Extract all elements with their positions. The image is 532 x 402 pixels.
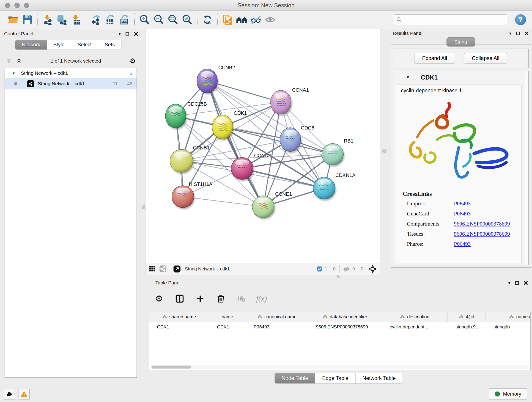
search-field-wrap bbox=[393, 14, 507, 25]
toolbar-separator bbox=[134, 13, 135, 26]
import-table-file-button[interactable] bbox=[69, 13, 83, 27]
zoom-in-button[interactable] bbox=[138, 13, 152, 27]
add-column-plus-icon[interactable]: + bbox=[194, 293, 206, 305]
string-network-graph[interactable]: CCNB2CCNA1CDC25BCDK1CDC6RB1CCNB1CCNA2CDK… bbox=[146, 29, 380, 263]
warnings-button[interactable] bbox=[19, 389, 30, 400]
table-cell[interactable]: 9606.ENSP00000378699 bbox=[308, 322, 382, 332]
column-header-shared-name[interactable]: shared name bbox=[149, 312, 209, 322]
tab-style[interactable]: Style bbox=[47, 40, 71, 50]
grid-view-icon[interactable] bbox=[149, 265, 156, 272]
import-table-icon bbox=[70, 14, 81, 25]
tab-select[interactable]: Select bbox=[71, 40, 98, 50]
network-node-count: 11 bbox=[103, 81, 118, 86]
tree-expand-caret-icon[interactable]: ▼ bbox=[10, 71, 17, 75]
import-network-database-button[interactable] bbox=[55, 13, 69, 27]
detach-view-icon[interactable] bbox=[173, 265, 181, 273]
table-cell[interactable]: CDK1 bbox=[149, 322, 209, 332]
results-scrollbar[interactable] bbox=[524, 71, 528, 265]
panel-close-icon[interactable] bbox=[524, 281, 528, 285]
show-columns-icon[interactable] bbox=[174, 293, 186, 305]
column-type-icon bbox=[257, 314, 262, 319]
table-settings-gear-icon[interactable]: ⚙ bbox=[153, 293, 165, 305]
network-share-icon[interactable] bbox=[159, 265, 167, 273]
table-horizontal-scrollbar[interactable] bbox=[151, 365, 529, 369]
table-cell[interactable]: P06493 bbox=[246, 322, 308, 332]
refresh-view-button[interactable] bbox=[200, 13, 215, 27]
network-options-gear-icon[interactable]: ⚙ bbox=[130, 57, 136, 64]
panel-close-icon[interactable] bbox=[525, 31, 529, 36]
panel-collapse-icon[interactable]: ▾ bbox=[509, 31, 511, 36]
network-type-icon bbox=[27, 80, 34, 87]
import-network-file-button[interactable] bbox=[40, 13, 55, 27]
help-button[interactable]: ? bbox=[515, 14, 526, 25]
show-eye-button[interactable] bbox=[263, 13, 277, 27]
collapse-all-chevrons-icon[interactable] bbox=[6, 58, 12, 64]
crosslink-label: Pharos: bbox=[407, 241, 454, 247]
table-cell[interactable]: stringdb:9... bbox=[448, 322, 486, 332]
export-image-button[interactable] bbox=[117, 13, 132, 27]
tab-network[interactable]: Network bbox=[15, 40, 47, 50]
cloud-status-button[interactable] bbox=[4, 389, 15, 400]
string-home-button[interactable] bbox=[234, 13, 249, 27]
table-tabs: Node Table Edge Table Network Table bbox=[145, 373, 532, 384]
panel-collapse-icon[interactable]: ▾ bbox=[119, 31, 121, 36]
close-window-button[interactable] bbox=[5, 3, 10, 8]
zoom-fit-button[interactable] bbox=[166, 13, 180, 27]
zoom-selected-button[interactable] bbox=[180, 13, 194, 27]
column-header-name[interactable]: name bbox=[209, 312, 246, 322]
crosslink-link[interactable]: P06493 bbox=[454, 211, 521, 217]
zoom-out-button[interactable] bbox=[152, 13, 166, 27]
column-header-namespace[interactable]: namespace bbox=[486, 312, 531, 322]
right-splitter-handle[interactable] bbox=[382, 149, 386, 153]
crosslink-link[interactable]: P06493 bbox=[454, 201, 521, 207]
network-collection-row[interactable]: ▼ String Network – cdk1 1 bbox=[5, 68, 137, 78]
crosslink-link[interactable]: 9606.ENSP00000378699 bbox=[454, 221, 521, 227]
export-network-button[interactable] bbox=[89, 13, 103, 27]
table-row[interactable]: CDK1CDK1P064939606.ENSP00000378699cyclin… bbox=[149, 322, 530, 332]
protein-section-header[interactable]: ▼ CDK1 bbox=[393, 71, 528, 84]
memory-button[interactable]: Memory bbox=[489, 389, 527, 400]
tab-edge-table[interactable]: Edge Table bbox=[315, 373, 355, 383]
expand-all-chevrons-icon[interactable] bbox=[16, 58, 22, 64]
crosslink-link[interactable]: P06493 bbox=[454, 241, 521, 247]
minimize-window-button[interactable] bbox=[14, 3, 20, 8]
node-table[interactable]: shared namenamecanonical namedatabase id… bbox=[149, 312, 531, 370]
column-header-database-identifier[interactable]: database identifier bbox=[308, 312, 382, 322]
panel-float-icon[interactable] bbox=[516, 32, 520, 35]
hidden-eye-slash-icon[interactable] bbox=[343, 265, 350, 273]
hide-glasses-button[interactable] bbox=[249, 13, 263, 27]
table-cell[interactable]: stringdb bbox=[486, 322, 531, 332]
delete-column-trash-icon[interactable] bbox=[215, 293, 227, 305]
zoom-window-button[interactable] bbox=[24, 3, 29, 8]
export-table-button[interactable] bbox=[103, 13, 117, 27]
panel-collapse-icon[interactable]: ▾ bbox=[508, 280, 510, 286]
tab-node-table[interactable]: Node Table bbox=[275, 373, 315, 383]
search-input[interactable] bbox=[393, 14, 507, 25]
table-cell[interactable]: CDK1 bbox=[209, 322, 246, 332]
section-collapse-caret-icon[interactable]: ▼ bbox=[406, 75, 410, 80]
birdseye-crosshair-icon[interactable] bbox=[368, 265, 377, 273]
crosslink-link[interactable]: 9606.ENSP00000378699 bbox=[454, 231, 521, 237]
string-import-button[interactable] bbox=[220, 13, 234, 27]
table-cell[interactable]: cyclin-dependent ... bbox=[382, 322, 448, 332]
export-table-icon bbox=[105, 14, 116, 25]
title-bar: Session: New Session bbox=[0, 0, 532, 11]
network-row-selected[interactable]: String Network – cdk1 11 48 bbox=[5, 78, 137, 89]
panel-float-icon[interactable] bbox=[515, 281, 519, 285]
column-header-canonical-name[interactable]: canonical name bbox=[246, 312, 308, 322]
column-header-description[interactable]: description bbox=[382, 312, 448, 322]
selected-checkbox-icon[interactable] bbox=[317, 266, 322, 272]
panel-close-icon[interactable] bbox=[134, 32, 138, 36]
panel-float-icon[interactable] bbox=[125, 32, 129, 36]
tab-network-table[interactable]: Network Table bbox=[355, 373, 403, 383]
collapse-all-button[interactable]: Collapse All bbox=[464, 53, 507, 64]
scrollbar-thumb[interactable] bbox=[152, 366, 191, 369]
network-canvas[interactable]: CCNB2CCNA1CDC25BCDK1CDC6RB1CCNB1CCNA2CDK… bbox=[145, 29, 380, 275]
open-session-button[interactable] bbox=[6, 13, 20, 27]
save-session-button[interactable] bbox=[20, 13, 34, 27]
memory-label: Memory bbox=[503, 391, 521, 397]
expand-all-button[interactable]: Expand All bbox=[414, 53, 455, 64]
results-tab-string[interactable]: String bbox=[447, 37, 475, 46]
column-header-@id[interactable]: @id bbox=[448, 312, 486, 322]
tab-sets[interactable]: Sets bbox=[98, 40, 121, 50]
